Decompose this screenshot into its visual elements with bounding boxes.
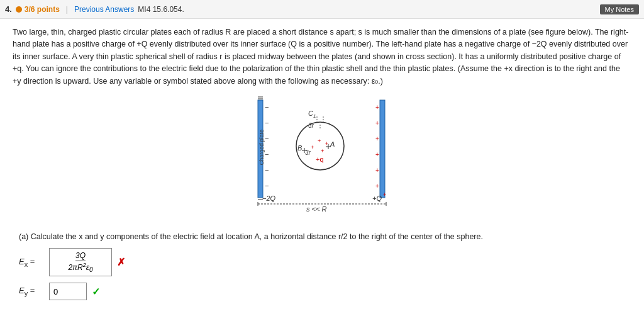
orange-dot-icon <box>16 6 22 13</box>
ex-denominator: 2πR2ε0 <box>68 262 92 273</box>
svg-text:−: − <box>265 119 269 127</box>
answer-section: (a) Calculate the x and y components of … <box>13 231 631 300</box>
previous-answers-link[interactable]: Previous Answers <box>74 5 134 14</box>
header-left: 4. 3/6 points | Previous Answers MI4 15.… <box>5 4 184 14</box>
svg-text:+: + <box>383 191 386 198</box>
main-content: Two large, thin, charged plastic circula… <box>0 19 644 314</box>
figure-svg: + + + + + + − − − − − − Charged plate +q <box>215 94 429 226</box>
ex-numerator: 3Q <box>75 251 86 261</box>
svg-text:+: + <box>325 140 328 147</box>
svg-text:−: − <box>265 150 269 158</box>
svg-text:Charged plate: Charged plate <box>258 130 265 166</box>
ex-row: Ex = 3Q 2πR2ε0 ✗ <box>19 248 631 276</box>
svg-text:3r: 3r <box>305 149 311 156</box>
svg-text:+: + <box>375 151 379 158</box>
svg-text:3r: 3r <box>308 122 314 129</box>
svg-text:−2Q: −2Q <box>262 194 276 202</box>
ex-answer-box: 3Q 2πR2ε0 <box>49 248 112 276</box>
svg-text:s << R: s << R <box>306 205 326 213</box>
ex-incorrect-icon: ✗ <box>117 256 125 268</box>
svg-text:−: − <box>265 166 269 174</box>
svg-text:−: − <box>265 135 269 142</box>
figure-container: + + + + + + − − − − − − Charged plate +q <box>13 94 631 226</box>
ey-input[interactable] <box>49 283 87 300</box>
points-text: 3/6 points <box>25 5 60 14</box>
svg-rect-1 <box>380 100 385 198</box>
svg-text:+: + <box>318 138 321 144</box>
question-number: 4. <box>5 4 12 14</box>
ex-fraction: 3Q 2πR2ε0 <box>68 251 92 273</box>
divider: | <box>66 5 68 14</box>
ey-row: Ey = ✓ <box>19 283 631 300</box>
svg-text:−: − <box>265 103 269 111</box>
svg-text:+: + <box>375 167 379 174</box>
svg-text:−: − <box>265 182 269 189</box>
svg-text:+: + <box>375 135 379 142</box>
problem-text: Two large, thin, charged plastic circula… <box>13 26 629 87</box>
svg-text:+q: +q <box>316 155 324 163</box>
svg-text:C1: C1 <box>308 110 316 119</box>
ex-label: Ex = <box>19 257 44 268</box>
svg-text:+: + <box>375 120 379 127</box>
part-a-label: (a) Calculate the x and y components of … <box>19 231 631 243</box>
svg-text:+: + <box>375 104 379 111</box>
my-notes-button[interactable]: My Notes <box>600 4 639 14</box>
ey-correct-icon: ✓ <box>92 286 100 298</box>
svg-text:+: + <box>311 144 314 150</box>
svg-text:B: B <box>297 144 302 152</box>
svg-text:+: + <box>375 183 379 189</box>
ey-label: Ey = <box>19 286 44 297</box>
mi-label: MI4 15.6.054. <box>138 5 184 14</box>
svg-text:+Q: +Q <box>372 194 382 202</box>
svg-text:+: + <box>321 148 324 154</box>
header-bar: 4. 3/6 points | Previous Answers MI4 15.… <box>0 0 644 19</box>
points-badge: 3/6 points <box>16 5 60 14</box>
